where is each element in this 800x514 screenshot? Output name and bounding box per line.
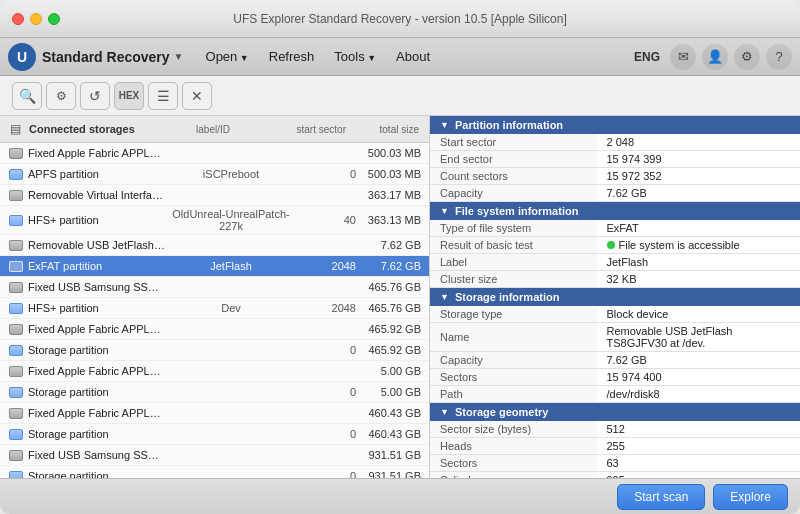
hdd-icon <box>8 321 24 337</box>
language-selector[interactable]: ENG <box>634 50 660 64</box>
item-size: 465.92 GB <box>356 344 421 356</box>
item-size: 465.92 GB <box>356 323 421 335</box>
table-row: Cylinders995 <box>430 472 800 479</box>
list-item[interactable]: Fixed Apple Fabric APPLE SSD AP0512Q at … <box>0 403 429 424</box>
list-item[interactable]: Removable USB JetFlash TS8GJFV30 at /dev… <box>0 235 429 256</box>
row-value: 15 972 352 <box>597 168 801 185</box>
list-button[interactable]: ☰ <box>148 82 178 110</box>
item-sector: 0 <box>296 428 356 440</box>
menu-tools[interactable]: Tools <box>324 45 386 68</box>
row-key: Type of file system <box>430 220 597 237</box>
item-sector: 2048 <box>296 260 356 272</box>
table-row: End sector15 974 399 <box>430 151 800 168</box>
list-item[interactable]: Storage partition0460.43 GB <box>0 424 429 445</box>
list-item[interactable]: Fixed USB Samsung SSD 860 EVO 1TB at /de… <box>0 445 429 466</box>
col-sector: start sector <box>286 124 346 135</box>
row-value: 7.62 GB <box>597 352 801 369</box>
info-table: Type of file systemExFATResult of basic … <box>430 220 800 288</box>
table-row: Result of basic testFile system is acces… <box>430 237 800 254</box>
item-size: 7.62 GB <box>356 239 421 251</box>
close-toolbar-button[interactable]: ✕ <box>182 82 212 110</box>
list-item[interactable]: Storage partition05.00 GB <box>0 382 429 403</box>
section-header[interactable]: ▼File system information <box>430 202 800 220</box>
list-item[interactable]: HFS+ partitionOldUnreal-UnrealPatch-227k… <box>0 206 429 235</box>
explore-button[interactable]: Explore <box>713 484 788 510</box>
info-section: ▼Partition informationStart sector2 048E… <box>430 116 800 202</box>
row-key: Count sectors <box>430 168 597 185</box>
row-key: Cylinders <box>430 472 597 479</box>
table-row: NameRemovable USB JetFlash TS8GJFV30 at … <box>430 323 800 352</box>
app-name: Standard Recovery <box>42 49 170 65</box>
item-name: ExFAT partition <box>28 260 166 272</box>
hdd-icon <box>8 405 24 421</box>
email-icon-btn[interactable]: ✉ <box>670 44 696 70</box>
table-row: Cluster size32 KB <box>430 271 800 288</box>
maximize-button[interactable] <box>48 13 60 25</box>
row-value: Removable USB JetFlash TS8GJFV30 at /dev… <box>597 323 801 352</box>
item-name: Fixed Apple Fabric APPLE SSD AP0512Q at … <box>28 147 166 159</box>
hdd-icon <box>8 145 24 161</box>
table-row: Capacity7.62 GB <box>430 185 800 202</box>
storage-list-icon: ▤ <box>10 122 21 136</box>
section-header[interactable]: ▼Storage geometry <box>430 403 800 421</box>
hex-button[interactable]: HEX <box>114 82 144 110</box>
list-item[interactable]: Fixed Apple Fabric APPLE SSD AP0512Q at … <box>0 143 429 164</box>
item-name: Storage partition <box>28 344 166 356</box>
list-item[interactable]: Fixed Apple Fabric APPLE SSD AP0512Q at … <box>0 319 429 340</box>
menu-about[interactable]: About <box>386 45 440 68</box>
table-row: Capacity7.62 GB <box>430 352 800 369</box>
item-sector: 0 <box>296 344 356 356</box>
question-icon: ? <box>775 49 782 64</box>
item-sector: 2048 <box>296 302 356 314</box>
row-value: 255 <box>597 438 801 455</box>
row-value: JetFlash <box>597 254 801 271</box>
list-item[interactable]: Storage partition0931.51 GB <box>0 466 429 478</box>
list-item[interactable]: ExFAT partitionJetFlash20487.62 GB <box>0 256 429 277</box>
search-button[interactable]: 🔍 <box>12 82 42 110</box>
menu-refresh[interactable]: Refresh <box>259 45 325 68</box>
partition-icon <box>8 468 24 478</box>
minimize-button[interactable] <box>30 13 42 25</box>
item-name: Storage partition <box>28 470 166 478</box>
start-scan-button[interactable]: Start scan <box>617 484 705 510</box>
info-table: Start sector2 048End sector15 974 399Cou… <box>430 134 800 202</box>
refresh-button[interactable]: ↺ <box>80 82 110 110</box>
partition-icon <box>8 258 24 274</box>
options-button[interactable]: ⚙ <box>46 82 76 110</box>
app-logo: U <box>8 43 36 71</box>
item-size: 5.00 GB <box>356 386 421 398</box>
help-icon-btn[interactable]: ? <box>766 44 792 70</box>
item-label: iSCPreboot <box>166 168 296 180</box>
section-header[interactable]: ▼Partition information <box>430 116 800 134</box>
traffic-lights <box>0 13 60 25</box>
collapse-arrow: ▼ <box>440 206 449 216</box>
row-value: 15 974 400 <box>597 369 801 386</box>
list-item[interactable]: HFS+ partitionDev2048465.76 GB <box>0 298 429 319</box>
row-value: 15 974 399 <box>597 151 801 168</box>
item-size: 363.17 MB <box>356 189 421 201</box>
row-key: Start sector <box>430 134 597 151</box>
item-name: Storage partition <box>28 386 166 398</box>
account-icon-btn[interactable]: 👤 <box>702 44 728 70</box>
section-header[interactable]: ▼Storage information <box>430 288 800 306</box>
options-icon: ⚙ <box>56 89 67 103</box>
row-key: Sector size (bytes) <box>430 421 597 438</box>
item-name: Fixed Apple Fabric APPLE SSD AP0512Q at … <box>28 365 166 377</box>
list-item[interactable]: Storage partition0465.92 GB <box>0 340 429 361</box>
storage-list: Fixed Apple Fabric APPLE SSD AP0512Q at … <box>0 143 429 478</box>
item-size: 5.00 GB <box>356 365 421 377</box>
list-item[interactable]: Removable Virtual Interface Apple Disk I… <box>0 185 429 206</box>
table-row: Sector size (bytes)512 <box>430 421 800 438</box>
list-item[interactable]: APFS partitioniSCPreboot0500.03 MB <box>0 164 429 185</box>
item-size: 460.43 GB <box>356 428 421 440</box>
partition-icon <box>8 212 24 228</box>
settings-icon-btn[interactable]: ⚙ <box>734 44 760 70</box>
close-button[interactable] <box>12 13 24 25</box>
table-row: Sectors15 974 400 <box>430 369 800 386</box>
item-name: HFS+ partition <box>28 214 166 226</box>
list-item[interactable]: Fixed Apple Fabric APPLE SSD AP0512Q at … <box>0 361 429 382</box>
menu-open[interactable]: Open <box>196 45 259 68</box>
list-item[interactable]: Fixed USB Samsung SSD 860 EVO 500G at /d… <box>0 277 429 298</box>
row-key: Heads <box>430 438 597 455</box>
row-key: Name <box>430 323 597 352</box>
